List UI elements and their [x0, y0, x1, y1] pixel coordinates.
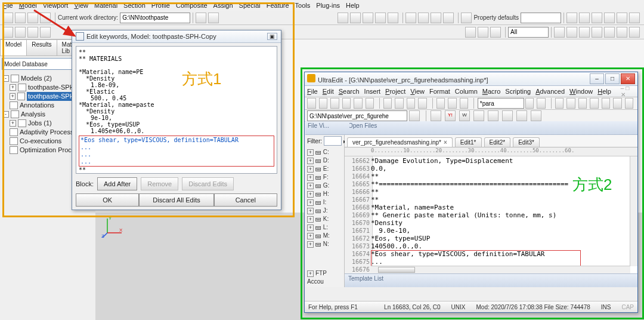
tb-icon[interactable]	[27, 27, 38, 38]
tb-icon[interactable]	[405, 13, 416, 23]
tb-icon[interactable]	[330, 98, 339, 109]
tree-item[interactable]: Jobs (1)	[28, 119, 52, 128]
menu-file[interactable]: File	[2, 2, 13, 9]
add-after-button[interactable]: Add After	[97, 177, 137, 190]
tab-file-4[interactable]: Edit3*	[513, 137, 540, 147]
tb-icon[interactable]	[407, 98, 416, 109]
tb-icon[interactable]	[366, 98, 374, 109]
tb-icon[interactable]	[388, 13, 398, 23]
tb-icon[interactable]	[516, 110, 527, 121]
menu-special[interactable]: Special	[239, 2, 261, 9]
tb-icon[interactable]	[531, 110, 541, 121]
tb-icon[interactable]	[502, 110, 513, 121]
tb-icon[interactable]	[566, 13, 577, 23]
menu-view[interactable]: View	[74, 2, 88, 9]
tb-icon[interactable]	[431, 13, 441, 23]
tb-new-icon[interactable]	[2, 13, 13, 23]
tab-file-3[interactable]: Edit2*	[484, 137, 511, 147]
tb-icon[interactable]	[566, 98, 575, 109]
tb-icon[interactable]	[488, 110, 499, 121]
tab-results[interactable]: Results	[26, 39, 57, 56]
tb-icon[interactable]	[350, 13, 361, 23]
drive-tree[interactable]: +🖴 C:+🖴 D:+🖴 E:+🖴 F:+🖴 G:+🖴 H:+🖴 I:+🖴 J:…	[305, 147, 344, 250]
filter-input[interactable]	[324, 136, 342, 146]
tb-icon[interactable]	[307, 98, 316, 109]
tb-icon[interactable]	[342, 98, 351, 109]
tb-icon[interactable]	[602, 98, 611, 109]
menu-profile[interactable]: Profile	[151, 2, 170, 9]
tb-icon[interactable]	[625, 98, 634, 109]
tb-icon[interactable]	[478, 27, 488, 38]
tb-icon[interactable]	[629, 27, 640, 38]
tb-icon[interactable]	[490, 27, 501, 38]
tb-icon[interactable]	[617, 27, 627, 38]
tb-icon[interactable]	[436, 98, 445, 109]
hscrollbar[interactable]	[371, 266, 630, 273]
tb-icon[interactable]	[208, 13, 219, 23]
ue-address-bar[interactable]: Y!W	[305, 110, 637, 122]
tb-icon[interactable]	[604, 27, 615, 38]
find-prev-icon[interactable]	[537, 98, 546, 109]
tab-file-2[interactable]: Edit1*	[455, 137, 482, 147]
cancel-button[interactable]: Cancel	[214, 193, 277, 207]
tb-icon[interactable]	[40, 27, 51, 38]
tb-icon[interactable]	[579, 13, 590, 23]
tb-icon[interactable]	[443, 13, 454, 23]
close-button[interactable]: ✕	[621, 73, 635, 84]
abaqus-menubar[interactable]: File Model Viewport View Material Sectio…	[0, 0, 644, 11]
tb-icon[interactable]	[617, 13, 627, 23]
tree-models[interactable]: Models (2)	[21, 74, 52, 83]
discard-all-button[interactable]: Discard All Edits	[139, 193, 213, 207]
tb-icon[interactable]	[363, 13, 373, 23]
tb-icon[interactable]	[319, 98, 328, 109]
tb-icon[interactable]	[592, 13, 602, 23]
tb-open-icon[interactable]	[15, 13, 26, 23]
tb-icon[interactable]	[578, 98, 587, 109]
menu-assign[interactable]: Assign	[213, 2, 233, 9]
tab-model[interactable]: Model	[0, 39, 27, 56]
tb-icon[interactable]	[375, 13, 386, 23]
go-icon[interactable]	[409, 110, 420, 121]
tb-icon[interactable]	[448, 98, 457, 109]
tree-item[interactable]: Annotations	[20, 101, 54, 110]
prop-defaults-input[interactable]	[521, 13, 561, 23]
tb-icon[interactable]	[15, 27, 26, 38]
abaqus-toolbar-1[interactable]: Current work directory: Property default…	[0, 11, 644, 25]
tb-icon[interactable]	[566, 27, 577, 38]
ok-button[interactable]: OK	[76, 193, 139, 207]
menu-help[interactable]: Help	[346, 2, 360, 9]
close-tab-icon[interactable]: ×	[444, 139, 447, 146]
tb-icon[interactable]	[465, 27, 476, 38]
tb-icon[interactable]	[338, 13, 348, 23]
tb-icon[interactable]	[555, 98, 564, 109]
yahoo-icon[interactable]: Y!	[445, 110, 456, 121]
tb-icon[interactable]	[383, 98, 392, 109]
dialog-sys-icon[interactable]: ▣	[267, 33, 277, 40]
tb-icon[interactable]	[579, 27, 590, 38]
menu-composite[interactable]: Composite	[176, 2, 208, 9]
tb-icon[interactable]	[461, 13, 472, 23]
remove-button[interactable]: Remove	[141, 177, 178, 190]
ue-menubar[interactable]: FileEditSearchInsertProjectViewFormatCol…	[305, 86, 637, 97]
minimize-button[interactable]: –	[590, 73, 604, 84]
tb-icon[interactable]	[592, 27, 602, 38]
tb-save-icon[interactable]	[27, 13, 38, 23]
menu-material[interactable]: Material	[94, 2, 117, 9]
ue-toolbar-1[interactable]	[305, 97, 637, 110]
menu-plugins[interactable]: Plug-ins	[316, 2, 340, 9]
tb-icon[interactable]	[554, 27, 565, 38]
cwd-input[interactable]	[120, 13, 190, 23]
tb-icon[interactable]	[590, 98, 599, 109]
tree-item[interactable]: toothpaste-SPH	[28, 83, 75, 92]
tb-icon[interactable]	[2, 27, 13, 38]
discard-edits-button[interactable]: Discard Edits	[182, 177, 234, 190]
maximize-button[interactable]: □	[605, 73, 620, 84]
tb-icon[interactable]	[629, 13, 640, 23]
tb-print-icon[interactable]	[40, 13, 51, 23]
tb-icon[interactable]	[395, 98, 404, 109]
menu-tools[interactable]: Tools	[295, 2, 311, 9]
vscrollbar[interactable]	[630, 156, 637, 266]
menu-viewport[interactable]: Viewport	[43, 2, 69, 9]
tb-icon[interactable]	[604, 13, 615, 23]
find-next-icon[interactable]	[525, 98, 534, 109]
